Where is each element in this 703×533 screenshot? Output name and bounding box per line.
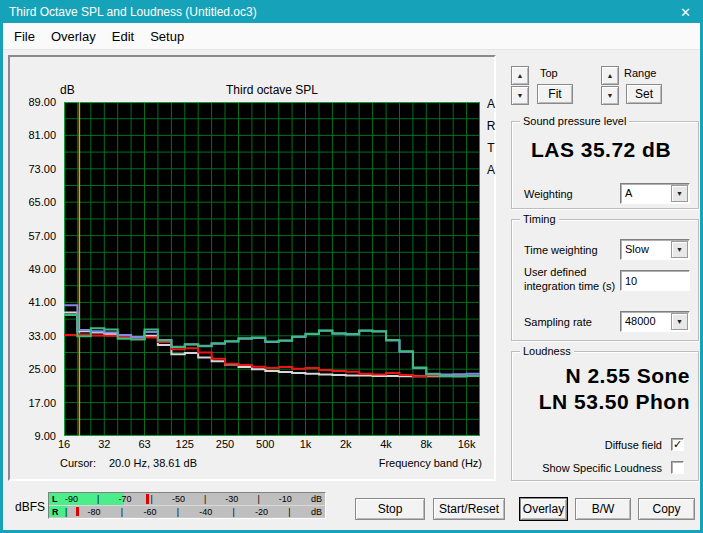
y-tick-label: 17.00 — [10, 397, 56, 409]
y-tick-label: 81.00 — [10, 129, 56, 141]
x-tick-label: 16 — [46, 438, 82, 450]
spl-value: LAS 35.72 dB — [512, 138, 690, 162]
sampling-rate-label: Sampling rate — [524, 316, 592, 328]
x-axis-title: Frequency band (Hz) — [379, 457, 482, 469]
chevron-down-icon[interactable]: ▼ — [671, 185, 688, 202]
sampling-rate-dropdown[interactable]: 48000 ▼ — [620, 311, 690, 332]
menu-edit[interactable]: Edit — [104, 29, 142, 44]
x-tick-label: 125 — [167, 438, 203, 450]
weighting-label: Weighting — [524, 188, 573, 200]
cursor-value: 20.0 Hz, 38.61 dB — [109, 457, 197, 469]
meter-row-left: L -90|-70|-50|-30|-10dB — [49, 493, 325, 505]
start-reset-button[interactable]: Start/Reset — [433, 498, 505, 520]
integration-label-line2: integration time (s) — [524, 280, 615, 292]
overlay-button[interactable]: Overlay — [520, 498, 567, 520]
fit-button[interactable]: Fit — [537, 84, 573, 104]
range-up-button[interactable]: ▲ — [601, 66, 619, 85]
weighting-value: A — [625, 187, 632, 199]
y-tick-label: 89.00 — [10, 96, 56, 108]
menu-setup[interactable]: Setup — [142, 29, 192, 44]
close-icon[interactable]: ✕ — [680, 2, 691, 23]
meter-row-right: R |-80|-60|-40|-20|dB — [49, 505, 325, 517]
x-tick-label: 16k — [449, 438, 485, 450]
cursor-label: Cursor: — [60, 457, 96, 469]
x-tick-label: 4k — [368, 438, 404, 450]
sampling-rate-value: 48000 — [625, 315, 656, 327]
loudness-group-title: Loudness — [520, 345, 574, 357]
time-weighting-value: Slow — [625, 243, 649, 255]
y-tick-label: 57.00 — [10, 230, 56, 242]
meter-channel-left: L — [52, 493, 58, 505]
x-tick-label: 63 — [127, 438, 163, 450]
plot-title: Third octave SPL — [64, 83, 480, 97]
set-button[interactable]: Set — [626, 84, 662, 104]
bw-button[interactable]: B/W — [575, 498, 631, 520]
time-weighting-dropdown[interactable]: Slow ▼ — [620, 239, 690, 260]
meter-scale-right: |-80|-60|-40|-20|dB — [65, 506, 322, 517]
specific-loudness-checkbox[interactable] — [671, 461, 684, 474]
x-axis-labels: 1632631252505001k2k4k8k16k — [64, 438, 480, 451]
y-tick-label: 73.00 — [10, 163, 56, 175]
window-title: Third Octave SPL and Loudness (Untitled.… — [9, 5, 257, 19]
spl-group-title: Sound pressure level — [520, 115, 629, 127]
y-tick-label: 65.00 — [10, 196, 56, 208]
cursor-readout-row: Cursor: 20.0 Hz, 38.61 dB Frequency band… — [10, 457, 498, 471]
menu-overlay[interactable]: Overlay — [43, 29, 104, 44]
top-up-button[interactable]: ▲ — [511, 66, 529, 85]
y-axis-labels: 89.0081.0073.0065.0057.0049.0041.0033.00… — [10, 102, 60, 436]
dbfs-label: dBFS — [15, 500, 45, 514]
diffuse-field-checkbox[interactable] — [671, 438, 684, 451]
integration-label-line1: User defined — [524, 266, 586, 278]
title-bar[interactable]: Third Octave SPL and Loudness (Untitled.… — [2, 2, 701, 23]
spl-plot[interactable] — [64, 102, 480, 436]
spl-plot-svg — [64, 102, 480, 436]
menu-file[interactable]: File — [6, 29, 43, 44]
meter-channel-right: R — [52, 506, 59, 517]
graph-panel: dB Third octave SPL 89.0081.0073.0065.00… — [8, 55, 496, 481]
spl-group: Sound pressure level LAS 35.72 dB Weight… — [511, 121, 699, 209]
top-down-button[interactable]: ▼ — [511, 86, 529, 105]
chevron-down-icon[interactable]: ▼ — [671, 241, 688, 258]
loudness-sone-value: N 2.55 Sone — [565, 364, 690, 388]
weighting-dropdown[interactable]: A ▼ — [620, 183, 690, 204]
integration-time-input[interactable] — [620, 270, 690, 291]
y-tick-label: 41.00 — [10, 296, 56, 308]
loudness-phon-value: LN 53.50 Phon — [539, 390, 690, 414]
diffuse-field-label: Diffuse field — [605, 439, 662, 451]
meter-scale-left: -90|-70|-50|-30|-10dB — [65, 493, 322, 505]
menu-bar: File Overlay Edit Setup — [2, 23, 701, 50]
copy-button[interactable]: Copy — [638, 498, 695, 520]
y-tick-label: 49.00 — [10, 263, 56, 275]
arta-watermark: ARTA — [484, 93, 498, 181]
y-tick-label: 25.00 — [10, 363, 56, 375]
stop-button[interactable]: Stop — [355, 498, 425, 520]
level-meter: L -90|-70|-50|-30|-10dB R |-80|-60|-40|-… — [48, 492, 326, 519]
range-down-button[interactable]: ▼ — [601, 86, 619, 105]
timing-group: Timing Time weighting Slow ▼ User define… — [511, 219, 699, 341]
specific-loudness-label: Show Specific Loudness — [542, 462, 662, 474]
x-tick-label: 500 — [247, 438, 283, 450]
x-tick-label: 1k — [288, 438, 324, 450]
x-tick-label: 8k — [408, 438, 444, 450]
x-tick-label: 250 — [207, 438, 243, 450]
timing-group-title: Timing — [520, 213, 559, 225]
loudness-group: Loudness N 2.55 Sone LN 53.50 Phon Diffu… — [511, 351, 699, 481]
time-weighting-label: Time weighting — [524, 244, 598, 256]
x-tick-label: 2k — [328, 438, 364, 450]
x-tick-label: 32 — [86, 438, 122, 450]
y-tick-label: 33.00 — [10, 330, 56, 342]
top-label: Top — [540, 67, 558, 79]
app-window: Third Octave SPL and Loudness (Untitled.… — [0, 0, 703, 533]
chevron-down-icon[interactable]: ▼ — [671, 313, 688, 330]
range-label: Range — [624, 67, 656, 79]
